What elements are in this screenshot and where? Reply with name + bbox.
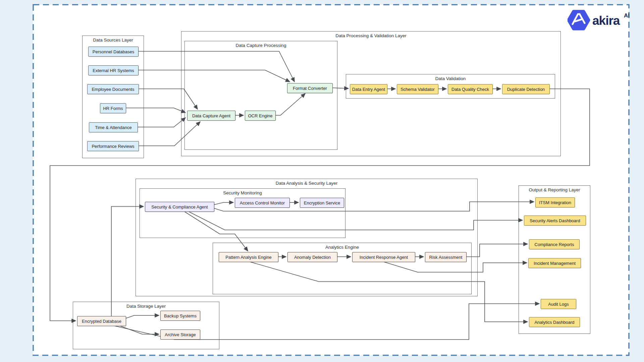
data-validation-title: Data Validation xyxy=(346,76,555,81)
node-encrypted-database: Encrypted Database xyxy=(77,316,126,326)
node-security-alerts-dashboard: Security Alerts Dashboard xyxy=(524,216,586,226)
analytics-engine-title: Analytics Engine xyxy=(213,245,471,250)
node-security-compliance-agent: Security & Compliance Agent xyxy=(145,202,214,212)
node-employee-documents: Employee Documents xyxy=(87,84,139,94)
diagram-canvas: Data Sources Layer Data Processing & Val… xyxy=(0,0,644,362)
capture-processing-box: Data Capture Processing xyxy=(184,41,337,150)
processing-layer-title: Data Processing & Validation Layer xyxy=(181,33,560,38)
node-time-attendance: Time & Attendance xyxy=(89,122,138,132)
node-incident-response-agent: Incident Response Agent xyxy=(352,252,415,262)
security-monitoring-box: Security Monitoring xyxy=(140,188,345,238)
node-duplicate-detection: Duplicate Detection xyxy=(502,84,550,94)
security-monitoring-title: Security Monitoring xyxy=(140,190,345,195)
storage-layer-title: Data Storage Layer xyxy=(73,304,219,309)
node-itsm-integration: ITSM Integration xyxy=(535,197,575,207)
node-personnel-databases: Personnel Databases xyxy=(88,47,139,57)
node-schema-validator: Schema Validator xyxy=(397,84,438,94)
node-hr-forms: HR Forms xyxy=(100,103,126,113)
output-layer-title: Output & Reporting Layer xyxy=(519,187,590,192)
node-backup-systems: Backup Systems xyxy=(160,311,200,321)
node-anomaly-detection: Anomaly Detection xyxy=(287,252,337,262)
sources-layer-title: Data Sources Layer xyxy=(83,38,144,43)
node-audit-logs: Audit Logs xyxy=(541,299,576,309)
analysis-layer-title: Data Analysis & Security Layer xyxy=(136,181,477,186)
node-archive-storage: Archive Storage xyxy=(160,329,200,340)
node-access-control-monitor: Access Control Monitor xyxy=(235,198,290,208)
node-incident-management: Incident Management xyxy=(528,258,581,268)
node-format-converter: Format Converter xyxy=(287,83,333,93)
node-performance-reviews: Performance Reviews xyxy=(87,141,139,151)
node-ocr-engine: OCR Engine xyxy=(245,111,276,121)
akira-hexagon-icon xyxy=(569,11,589,29)
node-external-hr-systems: External HR Systems xyxy=(88,65,139,75)
akira-wordmark: akira xyxy=(592,14,620,27)
node-analytics-dashboard: Analytics Dashboard xyxy=(529,317,580,327)
capture-processing-title: Data Capture Processing xyxy=(185,43,337,48)
node-encryption-service: Encryption Service xyxy=(300,198,344,208)
edge-time-capture xyxy=(137,118,185,127)
node-data-capture-agent: Data Capture Agent xyxy=(187,111,235,121)
node-data-quality-check: Data Quality Check xyxy=(448,84,493,94)
node-risk-assessment: Risk Assessment xyxy=(425,252,467,262)
analytics-engine-box: Analytics Engine xyxy=(213,243,472,294)
node-compliance-reports: Compliance Reports xyxy=(529,239,580,249)
node-pattern-analysis-engine: Pattern Analysis Engine xyxy=(219,252,278,262)
akira-ai-superscript: AI xyxy=(624,12,630,19)
node-data-entry-agent: Data Entry Agent xyxy=(350,84,387,94)
akira-ai-logo: akira AI xyxy=(568,8,635,32)
